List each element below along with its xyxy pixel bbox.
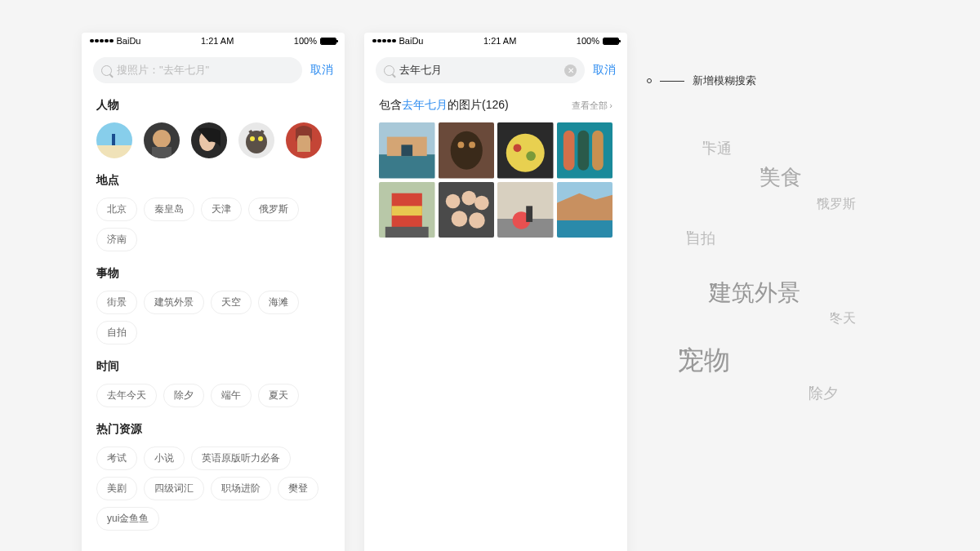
svg-rect-46 [557, 220, 613, 238]
carrier-label: BaiDu [117, 36, 141, 46]
svg-rect-1 [96, 145, 132, 158]
callout-line [660, 81, 684, 82]
tag[interactable]: 天空 [211, 291, 252, 314]
tag[interactable]: 小说 [144, 447, 185, 470]
result-thumb[interactable] [497, 182, 554, 238]
tag[interactable]: 自拍 [96, 321, 137, 344]
svg-rect-33 [385, 226, 429, 238]
result-thumb[interactable] [497, 122, 554, 179]
avatar[interactable] [286, 122, 322, 158]
svg-rect-29 [592, 131, 604, 171]
svg-rect-17 [401, 144, 412, 156]
tag[interactable]: 端午 [211, 384, 252, 407]
svg-point-37 [474, 195, 489, 210]
tag[interactable]: 俄罗斯 [248, 198, 299, 221]
avatar[interactable] [191, 122, 227, 158]
results-grid [379, 122, 612, 238]
search-placeholder: 搜照片："去年七月" [117, 63, 209, 78]
battery-percent: 100% [294, 36, 317, 46]
result-thumb[interactable] [557, 122, 613, 179]
tag[interactable]: 街景 [96, 291, 137, 314]
battery-percent: 100% [577, 36, 599, 46]
clock: 1:21 AM [483, 36, 516, 46]
tag[interactable]: 去年今天 [96, 384, 157, 407]
tag[interactable]: 海滩 [258, 291, 299, 314]
avatar[interactable] [96, 122, 132, 158]
svg-rect-5 [152, 147, 172, 158]
svg-rect-28 [577, 131, 589, 171]
tag[interactable]: 天津 [201, 198, 242, 221]
callout-dot-icon [647, 78, 652, 83]
svg-point-24 [514, 144, 522, 152]
svg-point-10 [250, 136, 255, 141]
search-icon [101, 65, 112, 76]
signal-icon [90, 39, 114, 43]
svg-point-23 [506, 134, 545, 172]
svg-point-35 [445, 193, 460, 208]
section-title-places: 地点 [96, 173, 330, 188]
search-value: 去年七月 [399, 63, 442, 78]
tag[interactable]: 英语原版听力必备 [191, 447, 291, 470]
tag[interactable]: 秦皇岛 [144, 198, 194, 221]
svg-point-11 [258, 136, 263, 141]
avatar[interactable] [144, 122, 180, 158]
tag[interactable]: 济南 [96, 228, 137, 251]
tag-list-hot: 考试 小说 英语原版听力必备 美剧 四级词汇 职场进阶 樊登 yui金鱼鱼 [96, 447, 330, 531]
result-thumb[interactable] [439, 182, 495, 238]
status-bar: BaiDu 1:21 AM 100% [82, 33, 345, 49]
svg-rect-34 [439, 182, 495, 238]
carrier-label: BaiDu [399, 36, 424, 46]
svg-rect-43 [526, 206, 532, 222]
clear-icon[interactable]: ✕ [564, 64, 577, 77]
result-thumb[interactable] [379, 122, 435, 179]
section-title-time: 时间 [96, 359, 330, 374]
tag[interactable]: 美剧 [96, 477, 137, 500]
view-all-link[interactable]: 查看全部› [572, 100, 612, 112]
tag[interactable]: 考试 [96, 447, 137, 470]
battery-icon [603, 38, 619, 45]
tag[interactable]: 北京 [96, 198, 137, 221]
results-title: 包含去年七月的图片(126) [379, 98, 509, 113]
tag[interactable]: yui金鱼鱼 [96, 507, 159, 531]
clock: 1:21 AM [201, 36, 234, 46]
status-bar: BaiDu 1:21 AM 100% [364, 33, 627, 49]
phone-mockup-results: BaiDu 1:21 AM 100% 去年七月 ✕ 取消 包含去年七月的图片(1… [364, 33, 627, 551]
result-thumb[interactable] [439, 122, 495, 179]
word-cloud: " 卡通 " " 美食 " " 俄罗斯 " " 自拍 " " 建筑外景 " " … [670, 122, 947, 433]
tag[interactable]: 职场进阶 [211, 477, 271, 500]
svg-point-25 [526, 151, 536, 161]
chevron-right-icon: › [609, 100, 612, 110]
tag[interactable]: 建筑外景 [144, 291, 204, 314]
result-thumb[interactable] [379, 182, 435, 238]
callout-label: 新增模糊搜索 [693, 73, 756, 88]
battery-icon [320, 38, 336, 45]
search-input[interactable]: 搜照片："去年七月" [93, 57, 302, 83]
svg-point-9 [246, 131, 267, 153]
avatar[interactable] [238, 122, 274, 158]
svg-point-20 [457, 141, 464, 148]
result-thumb[interactable] [557, 182, 613, 238]
tag[interactable]: 樊登 [278, 477, 318, 500]
tag[interactable]: 四级词汇 [144, 477, 204, 500]
cancel-button[interactable]: 取消 [310, 63, 333, 78]
tag[interactable]: 除夕 [163, 384, 204, 407]
tag[interactable]: 夏天 [258, 384, 299, 407]
annotation-callout: 新增模糊搜索 [647, 73, 756, 88]
tag-list-things: 街景 建筑外景 天空 海滩 自拍 [96, 291, 330, 344]
tag-list-time: 去年今天 除夕 端午 夏天 [96, 384, 330, 407]
tag-list-places: 北京 秦皇岛 天津 俄罗斯 济南 [96, 198, 330, 251]
svg-point-38 [451, 211, 467, 227]
svg-point-4 [153, 130, 171, 148]
cancel-button[interactable]: 取消 [593, 63, 616, 78]
section-title-people: 人物 [96, 98, 330, 113]
svg-rect-15 [379, 154, 435, 178]
people-row [96, 122, 330, 158]
search-icon [384, 65, 394, 76]
svg-point-36 [461, 190, 476, 205]
svg-point-21 [469, 141, 475, 148]
svg-rect-32 [392, 206, 422, 216]
search-input[interactable]: 去年七月 ✕ [376, 57, 585, 83]
svg-point-39 [469, 212, 485, 229]
section-title-things: 事物 [96, 266, 330, 281]
phone-mockup-suggestions: BaiDu 1:21 AM 100% 搜照片："去年七月" 取消 人物 [82, 33, 345, 551]
